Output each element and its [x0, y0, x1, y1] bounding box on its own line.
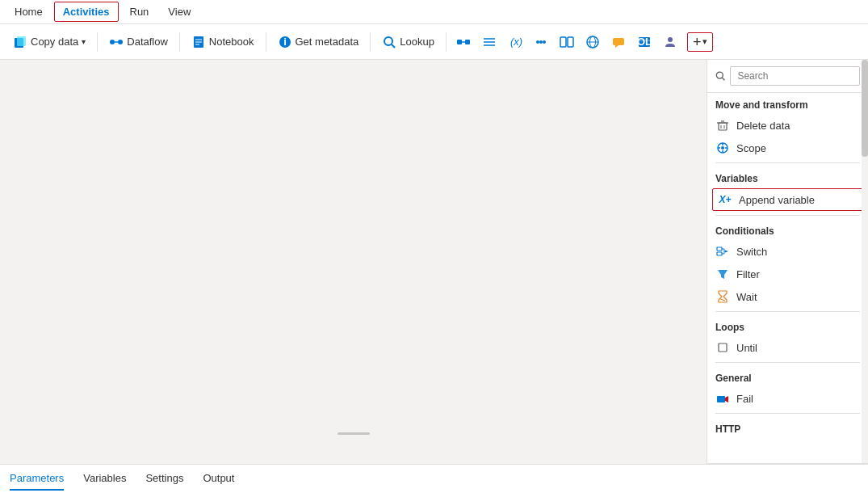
- section-move-and-transform: Move and transform: [707, 93, 868, 114]
- append-variable-item[interactable]: X+ Append variable: [712, 188, 863, 211]
- settings2-icon: [534, 35, 548, 49]
- switch-icon: [715, 244, 730, 259]
- filter-label: Filter: [736, 268, 760, 280]
- svg-marker-53: [725, 251, 728, 253]
- svg-point-11: [384, 37, 392, 45]
- divider-3: [715, 311, 860, 312]
- scope-label: Scope: [736, 142, 766, 154]
- lookup-icon: [382, 35, 396, 49]
- toolbar-icon-btn-7[interactable]: [606, 32, 631, 53]
- dataflow-icon: [109, 35, 124, 49]
- toolbar-icon-btn-2[interactable]: [477, 32, 501, 53]
- menu-run[interactable]: Run: [122, 2, 157, 21]
- toolbar-icon-btn-5[interactable]: [555, 32, 579, 53]
- copy-data-label: Copy data: [31, 36, 78, 48]
- svg-rect-58: [717, 396, 725, 402]
- menu-activities[interactable]: Activities: [54, 2, 119, 22]
- canvas[interactable]: [0, 60, 707, 464]
- section-loops: Loops: [707, 315, 868, 336]
- globe-icon: [585, 35, 600, 49]
- fail-label: Fail: [736, 393, 753, 405]
- svg-point-33: [668, 37, 673, 42]
- section-variables: Variables: [707, 166, 868, 188]
- get-metadata-button[interactable]: i Get metadata: [271, 32, 366, 53]
- svg-rect-36: [719, 123, 727, 130]
- copy-data-icon: [13, 35, 27, 49]
- lookup-button[interactable]: Lookup: [375, 32, 441, 53]
- tab-parameters[interactable]: Parameters: [10, 467, 64, 491]
- menu-home[interactable]: Home: [6, 2, 51, 21]
- menu-bar: Home Activities Run View: [0, 0, 868, 24]
- tab-settings[interactable]: Settings: [145, 467, 183, 491]
- toolbar-icon-btn-8[interactable]: OL: [632, 32, 656, 53]
- notebook-label: Notebook: [209, 36, 254, 48]
- toolbar-icon-btn-1[interactable]: [451, 32, 476, 53]
- append-variable-label: Append variable: [739, 194, 815, 206]
- speech-icon: [611, 35, 626, 49]
- divider-5: [715, 413, 860, 414]
- svg-rect-24: [568, 37, 573, 47]
- switch-item[interactable]: Switch: [707, 240, 868, 263]
- wait-icon: [715, 289, 730, 304]
- outlook-icon: OL: [637, 35, 652, 49]
- svg-rect-23: [560, 37, 566, 47]
- svg-point-22: [543, 40, 546, 44]
- svg-rect-47: [717, 247, 722, 251]
- svg-text:i: i: [283, 36, 287, 48]
- until-icon: [715, 340, 730, 355]
- search-input[interactable]: [730, 66, 860, 86]
- svg-point-3: [118, 40, 123, 44]
- main-area: Move and transform Delete data: [0, 60, 868, 464]
- tab-output[interactable]: Output: [203, 467, 234, 491]
- fail-icon: [715, 391, 730, 406]
- until-label: Until: [736, 342, 757, 354]
- wait-item[interactable]: Wait: [707, 285, 868, 308]
- copy-data-dropdown-icon: ▾: [82, 37, 86, 46]
- filter-item[interactable]: Filter: [707, 263, 868, 285]
- svg-rect-57: [719, 343, 727, 352]
- svg-point-21: [539, 40, 543, 44]
- svg-line-56: [720, 299, 725, 301]
- until-item[interactable]: Until: [707, 336, 868, 359]
- add-activity-button[interactable]: + ▾: [687, 32, 714, 52]
- dataflow-button[interactable]: Dataflow: [103, 32, 174, 53]
- toolbar-sep-3: [266, 32, 266, 52]
- scope-item[interactable]: Scope: [707, 137, 868, 159]
- svg-point-46: [721, 146, 724, 150]
- svg-rect-28: [613, 38, 624, 45]
- svg-point-2: [110, 40, 115, 44]
- section-general: General: [707, 366, 868, 387]
- svg-marker-54: [718, 270, 728, 279]
- divider-4: [715, 362, 860, 363]
- delete-data-label: Delete data: [736, 120, 790, 132]
- fail-item[interactable]: Fail: [707, 387, 868, 410]
- notebook-button[interactable]: Notebook: [185, 32, 261, 53]
- activities-panel: Move and transform Delete data: [707, 60, 868, 464]
- get-metadata-label: Get metadata: [296, 36, 359, 48]
- section-conditionals: Conditionals: [707, 219, 868, 240]
- toolbar-icon-btn-9[interactable]: [658, 32, 682, 53]
- append-variable-icon: X+: [718, 192, 732, 207]
- copy-data-button[interactable]: Copy data ▾: [6, 32, 92, 53]
- svg-line-35: [722, 78, 724, 80]
- menu-view[interactable]: View: [160, 2, 199, 21]
- svg-rect-1: [17, 36, 26, 46]
- svg-marker-29: [615, 45, 619, 48]
- svg-marker-59: [725, 396, 728, 402]
- section-http: HTTP: [707, 417, 868, 438]
- dataflow-label: Dataflow: [127, 36, 168, 48]
- scrollbar-thumb[interactable]: [862, 60, 868, 157]
- svg-marker-55: [719, 291, 727, 302]
- tab-variables[interactable]: Variables: [83, 467, 126, 491]
- toolbar-icon-btn-4[interactable]: [529, 32, 553, 53]
- svg-line-12: [392, 44, 395, 48]
- toolbar-icon-btn-6[interactable]: [581, 32, 605, 53]
- filter-icon: [715, 267, 730, 281]
- divider-2: [715, 215, 860, 216]
- scrollbar-track: [862, 60, 868, 463]
- delete-data-item[interactable]: Delete data: [707, 114, 868, 137]
- canvas-scroll-indicator: [338, 432, 370, 435]
- toolbar-icon-btn-3[interactable]: (x): [503, 32, 527, 53]
- variables-icon: (x): [508, 35, 522, 49]
- svg-text:(x): (x): [510, 36, 522, 48]
